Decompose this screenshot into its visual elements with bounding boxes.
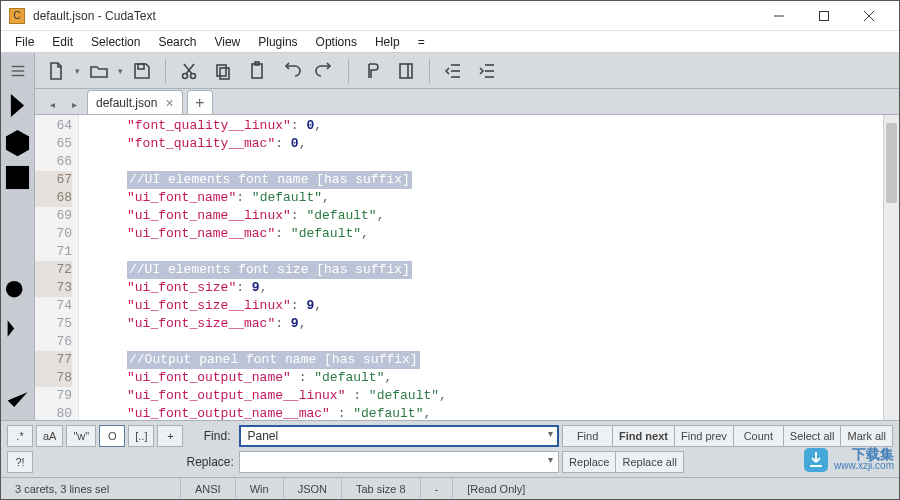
- minimap-button[interactable]: [391, 56, 421, 86]
- svg-rect-13: [220, 68, 229, 79]
- tab-scroll-right[interactable]: ▸: [65, 94, 83, 114]
- status-lexer[interactable]: JSON: [284, 478, 342, 499]
- redo-button[interactable]: [310, 56, 340, 86]
- tab-scroll-left[interactable]: ◂: [43, 94, 61, 114]
- maximize-button[interactable]: [801, 2, 846, 30]
- tab-label: default.json: [96, 96, 157, 110]
- status-encoding[interactable]: ANSI: [181, 478, 236, 499]
- status-bar: 3 carets, 3 lines sel ANSI Win JSON Tab …: [1, 477, 899, 499]
- console-icon[interactable]: [1, 312, 34, 348]
- project-icon[interactable]: [1, 125, 34, 161]
- find-opt-multi[interactable]: +: [157, 425, 183, 447]
- find-next-button[interactable]: Find next: [612, 425, 674, 447]
- search-icon[interactable]: [1, 276, 34, 312]
- menu-extra[interactable]: =: [410, 33, 433, 51]
- title-bar: C default.json - CudaText: [1, 1, 899, 31]
- mark-all-button[interactable]: Mark all: [840, 425, 893, 447]
- validate-icon[interactable]: [1, 384, 34, 420]
- app-icon: C: [9, 8, 25, 24]
- svg-point-26: [6, 281, 23, 298]
- editor-area: ◂ ▸ default.json × + 6465666768697071727…: [35, 89, 899, 420]
- code-tree-icon[interactable]: [1, 89, 34, 125]
- undo-button[interactable]: [276, 56, 306, 86]
- find-close-button[interactable]: ?!: [7, 451, 33, 473]
- find-input[interactable]: [239, 425, 559, 447]
- dropdown-arrow-icon[interactable]: ▾: [118, 66, 123, 76]
- window-title: default.json - CudaText: [33, 9, 756, 23]
- new-file-button[interactable]: [41, 56, 71, 86]
- menu-view[interactable]: View: [206, 33, 248, 51]
- find-button[interactable]: Find: [562, 425, 612, 447]
- close-button[interactable]: [846, 2, 891, 30]
- toolbar-row: ▾ ▾: [1, 53, 899, 89]
- find-opt-insel[interactable]: [..]: [128, 425, 154, 447]
- svg-line-27: [21, 296, 29, 304]
- save-button[interactable]: [127, 56, 157, 86]
- scrollbar-thumb[interactable]: [886, 123, 897, 203]
- svg-rect-1: [819, 11, 828, 20]
- code-content[interactable]: "font_quality__linux": 0,"font_quality__…: [79, 115, 899, 420]
- hamburger-icon[interactable]: [1, 56, 34, 86]
- main-area: ◂ ▸ default.json × + 6465666768697071727…: [1, 89, 899, 420]
- tab-default-json[interactable]: default.json ×: [87, 90, 183, 114]
- replace-actions: Replace Replace all: [562, 451, 893, 473]
- find-actions: Find Find next Find prev Count Select al…: [562, 425, 893, 447]
- menu-options[interactable]: Options: [308, 33, 365, 51]
- tab-new[interactable]: +: [187, 90, 213, 114]
- status-mode: [Read Only]: [453, 478, 539, 499]
- menu-search[interactable]: Search: [150, 33, 204, 51]
- unindent-button[interactable]: [438, 56, 468, 86]
- find-opt-case[interactable]: aA: [36, 425, 63, 447]
- menu-file[interactable]: File: [7, 33, 42, 51]
- menu-help[interactable]: Help: [367, 33, 408, 51]
- tab-bar: ◂ ▸ default.json × +: [35, 89, 899, 115]
- dropdown-arrow-icon[interactable]: ▾: [75, 66, 80, 76]
- nonprint-button[interactable]: [357, 56, 387, 86]
- status-selection: 3 carets, 3 lines sel: [1, 478, 181, 499]
- cut-button[interactable]: [174, 56, 204, 86]
- find-opt-regex[interactable]: .*: [7, 425, 33, 447]
- count-button[interactable]: Count: [733, 425, 783, 447]
- svg-rect-12: [217, 65, 226, 76]
- svg-rect-14: [252, 64, 262, 78]
- replace-button[interactable]: Replace: [562, 451, 615, 473]
- menu-plugins[interactable]: Plugins: [250, 33, 305, 51]
- side-panel: [1, 89, 35, 420]
- menu-edit[interactable]: Edit: [44, 33, 81, 51]
- find-label: Find:: [186, 429, 236, 443]
- vertical-scrollbar[interactable]: [883, 115, 899, 420]
- minimize-button[interactable]: [756, 2, 801, 30]
- select-all-button[interactable]: Select all: [783, 425, 841, 447]
- paste-button[interactable]: [242, 56, 272, 86]
- svg-rect-24: [6, 166, 29, 189]
- tabs-list-icon[interactable]: [1, 161, 34, 197]
- find-prev-button[interactable]: Find prev: [674, 425, 733, 447]
- status-tabsize[interactable]: Tab size 8: [342, 478, 421, 499]
- svg-rect-16: [400, 64, 412, 78]
- replace-input[interactable]: [239, 451, 559, 473]
- copy-button[interactable]: [208, 56, 238, 86]
- output-icon[interactable]: [1, 348, 34, 384]
- menu-bar: File Edit Selection Search View Plugins …: [1, 31, 899, 53]
- find-opt-word[interactable]: "w": [66, 425, 96, 447]
- tab-close-icon[interactable]: ×: [165, 95, 173, 111]
- menu-selection[interactable]: Selection: [83, 33, 148, 51]
- open-file-button[interactable]: [84, 56, 114, 86]
- find-opt-wrap[interactable]: O: [99, 425, 125, 447]
- replace-all-button[interactable]: Replace all: [615, 451, 683, 473]
- indent-button[interactable]: [472, 56, 502, 86]
- code-editor[interactable]: 64656667686970717273747576777879808182 "…: [35, 115, 899, 420]
- replace-label: Replace:: [186, 455, 236, 469]
- find-replace-panel: .* aA "w" O [..] + Find: Find Find next …: [1, 420, 899, 477]
- status-mode-prefix: -: [421, 478, 454, 499]
- line-gutter: 64656667686970717273747576777879808182: [35, 115, 79, 420]
- status-lineend[interactable]: Win: [236, 478, 284, 499]
- svg-rect-7: [138, 64, 144, 69]
